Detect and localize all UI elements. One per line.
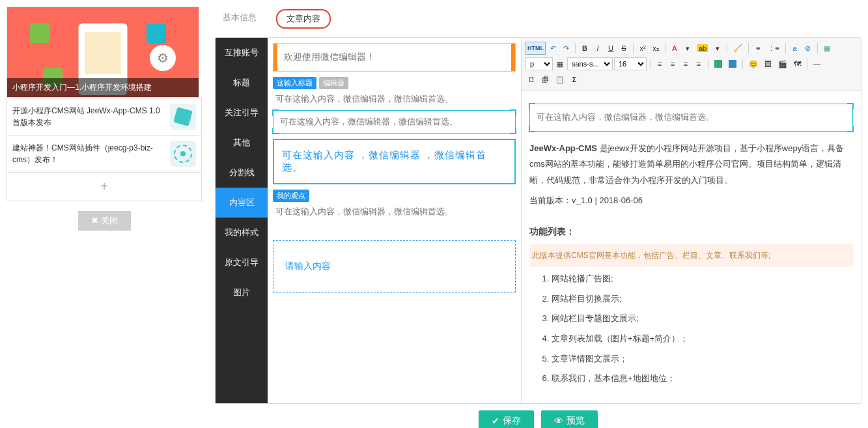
paste-icon[interactable]: 📋 xyxy=(553,73,567,86)
bgcolor-icon[interactable] xyxy=(712,57,725,70)
viewpoint-template[interactable]: 我的观点 可在这输入内容，微信编辑器，微信编辑首选。 xyxy=(273,190,516,218)
subscript-icon[interactable]: x₂ xyxy=(650,42,662,55)
sidebar-item-other[interactable]: 其他 xyxy=(216,128,268,158)
list-item[interactable]: 开源小程序CMS网站 JeeWx-App-CMS 1.0 首版本发布 xyxy=(7,98,202,136)
formula-icon[interactable]: Σ xyxy=(568,73,580,86)
editor-badge: 编辑器 xyxy=(319,77,348,89)
hr-icon[interactable]: — xyxy=(811,57,823,70)
template-preview-pane: 欢迎使用微信编辑器！ 这输入标题 编辑器 可在这输入内容，微信编辑器，微信编辑首… xyxy=(268,38,522,403)
template-text: 可在这输入内容，微信编辑器，微信编辑首选。 xyxy=(273,206,516,218)
new-icon[interactable]: 🗋 xyxy=(525,73,538,86)
sidebar-item-content[interactable]: 内容区 xyxy=(216,188,268,218)
template-text: 可在这输入内容，微信编辑器，微信编辑首选。 xyxy=(273,93,516,105)
template-text: 可在这输入内容，微信编辑器，微信编辑首选。 xyxy=(280,116,509,128)
tabs: 基本信息 文章内容 xyxy=(215,7,861,32)
editor-toolbar: HTML ↶ ↷ B I U S x² x₂ A▾ ab▾ xyxy=(522,38,861,91)
features-heading: 功能列表： xyxy=(529,223,853,240)
redo-icon[interactable]: ↷ xyxy=(560,42,572,55)
hero-image[interactable]: ⚙ 小程序开发入门—1.小程序开发环境搭建 xyxy=(7,7,199,98)
list-item[interactable]: 建站神器！CMS网站插件（jeecg-p3-biz-cms）发布！ xyxy=(7,136,202,173)
hero-cloud-icon xyxy=(147,23,166,43)
framed-template-2[interactable]: 可在这输入内容 ，微信编辑器 ，微信编辑首选。 xyxy=(273,139,516,184)
sidebar-item-title[interactable]: 标题 xyxy=(216,68,268,98)
backcolor-icon[interactable]: ab xyxy=(695,42,710,55)
editor-content[interactable]: 可在这输入内容，微信编辑器，微信编辑首选。 JeeWx-App-CMS 是jee… xyxy=(522,91,861,403)
list-item: 网站轮播广告图; xyxy=(552,271,853,287)
add-item-button[interactable]: + xyxy=(7,173,202,201)
italic-icon[interactable]: I xyxy=(592,42,604,55)
dropdown-icon[interactable]: ▾ xyxy=(682,42,693,55)
superscript-icon[interactable]: x² xyxy=(637,42,649,55)
bold-icon[interactable]: B xyxy=(579,42,591,55)
eye-icon: 👁 xyxy=(554,416,563,426)
list-item: 文章列表加载（图片+标题+简介）； xyxy=(552,331,853,347)
bgcolor2-icon[interactable] xyxy=(726,57,739,70)
save-label: 保存 xyxy=(503,415,521,427)
hero-caption: 小程序开发入门—1.小程序开发环境搭建 xyxy=(7,78,199,97)
tab-basic-info[interactable]: 基本信息 xyxy=(221,9,258,29)
list-item: 网站栏目切换展示; xyxy=(552,291,853,307)
align-right-icon[interactable]: ≡ xyxy=(680,57,692,70)
framed-text: 可在这输入内容，微信编辑器，微信编辑首选。 xyxy=(537,109,846,126)
sidebar-item-source[interactable]: 原文引导 xyxy=(216,248,268,278)
paragraph-select[interactable]: p xyxy=(525,57,553,70)
save-button[interactable]: ✔保存 xyxy=(479,410,534,428)
dropdown-icon[interactable]: ▾ xyxy=(712,42,723,55)
sidebar-item-divider[interactable]: 分割线 xyxy=(216,158,268,188)
framed-template-1[interactable]: 可在这输入内容，微信编辑器，微信编辑首选。 xyxy=(273,110,516,134)
font-family-select[interactable]: sans-s... xyxy=(567,57,613,70)
copy-icon[interactable]: 🗐 xyxy=(539,73,552,86)
sidebar-item-account[interactable]: 互推账号 xyxy=(216,38,268,68)
content-placeholder[interactable]: 请输入内容 xyxy=(273,240,516,292)
close-button[interactable]: ✖关闭 xyxy=(78,211,131,231)
check-icon: ✔ xyxy=(492,416,499,426)
preview-label: 预览 xyxy=(567,415,585,427)
component-sidebar: 互推账号 标题 关注引导 其他 分割线 内容区 我的样式 原文引导 图片 xyxy=(216,38,268,403)
removeformat-icon[interactable]: 🧹 xyxy=(731,42,745,55)
ordered-list-icon[interactable]: ≡ xyxy=(752,42,764,55)
font-size-select[interactable]: 16 xyxy=(614,57,647,70)
close-icon: ✖ xyxy=(91,216,98,225)
list-item-thumb-icon xyxy=(170,104,196,130)
map-icon[interactable]: 🗺 xyxy=(791,57,804,70)
undo-icon[interactable]: ↶ xyxy=(547,42,559,55)
table-icon[interactable]: ▦ xyxy=(821,42,833,55)
list-item-thumb-icon xyxy=(170,141,196,167)
sidebar-item-mystyle[interactable]: 我的样式 xyxy=(216,218,268,248)
tab-article-content[interactable]: 文章内容 xyxy=(276,9,331,29)
hero-gear-icon: ⚙ xyxy=(150,45,176,71)
footer-buttons: ✔保存 👁预览 xyxy=(215,410,861,428)
video-icon[interactable]: 🎬 xyxy=(776,57,790,70)
forecolor-icon[interactable]: A xyxy=(669,42,680,55)
template-text: 可在这输入内容 ，微信编辑器 ，微信编辑首选。 xyxy=(282,149,507,174)
hero-badge-icon xyxy=(30,23,49,43)
strike-icon[interactable]: S xyxy=(618,42,630,55)
welcome-text: 欢迎使用微信编辑器！ xyxy=(277,51,382,63)
html-source-button[interactable]: HTML xyxy=(525,42,546,55)
list-item: 联系我们，基本信息+地图地位； xyxy=(552,371,853,387)
close-label: 关闭 xyxy=(101,216,118,225)
list-item-title: 建站神器！CMS网站插件（jeecg-p3-biz-cms）发布！ xyxy=(12,142,165,165)
unordered-list-icon[interactable]: ⋮≡ xyxy=(765,42,781,55)
align-center-icon[interactable]: ≡ xyxy=(667,57,679,70)
unlink-icon[interactable]: ⊘ xyxy=(802,42,814,55)
welcome-template[interactable]: 欢迎使用微信编辑器！ xyxy=(273,43,516,72)
link-icon[interactable]: a xyxy=(789,42,801,55)
rich-editor-pane: HTML ↶ ↷ B I U S x² x₂ A▾ ab▾ xyxy=(522,38,861,403)
viewpoint-badge: 我的观点 xyxy=(273,190,309,202)
list-item-title: 开源小程序CMS网站 JeeWx-App-CMS 1.0 首版本发布 xyxy=(12,105,165,128)
underline-icon[interactable]: U xyxy=(605,42,617,55)
emoji-icon[interactable]: 😊 xyxy=(746,57,761,70)
align-justify-icon[interactable]: ≡ xyxy=(693,57,705,70)
preview-button[interactable]: 👁预览 xyxy=(541,410,598,428)
align-left-icon[interactable]: ≡ xyxy=(654,57,665,70)
version-line: 当前版本：v_1.0 | 2018-06-06 xyxy=(529,193,853,209)
sidebar-item-follow[interactable]: 关注引导 xyxy=(216,98,268,128)
left-panel: ⚙ 小程序开发入门—1.小程序开发环境搭建 开源小程序CMS网站 JeeWx-A… xyxy=(7,7,202,428)
framed-content[interactable]: 可在这输入内容，微信编辑器，微信编辑首选。 xyxy=(529,104,853,132)
image-icon[interactable]: 🖼 xyxy=(762,57,774,70)
sidebar-item-image[interactable]: 图片 xyxy=(216,278,268,307)
dropdown-icon[interactable]: ▦ xyxy=(554,57,566,70)
title-template[interactable]: 这输入标题 编辑器 可在这输入内容，微信编辑器，微信编辑首选。 xyxy=(273,77,516,105)
features-list: 网站轮播广告图; 网站栏目切换展示; 网站栏目专题图文展示; 文章列表加载（图片… xyxy=(529,271,853,387)
